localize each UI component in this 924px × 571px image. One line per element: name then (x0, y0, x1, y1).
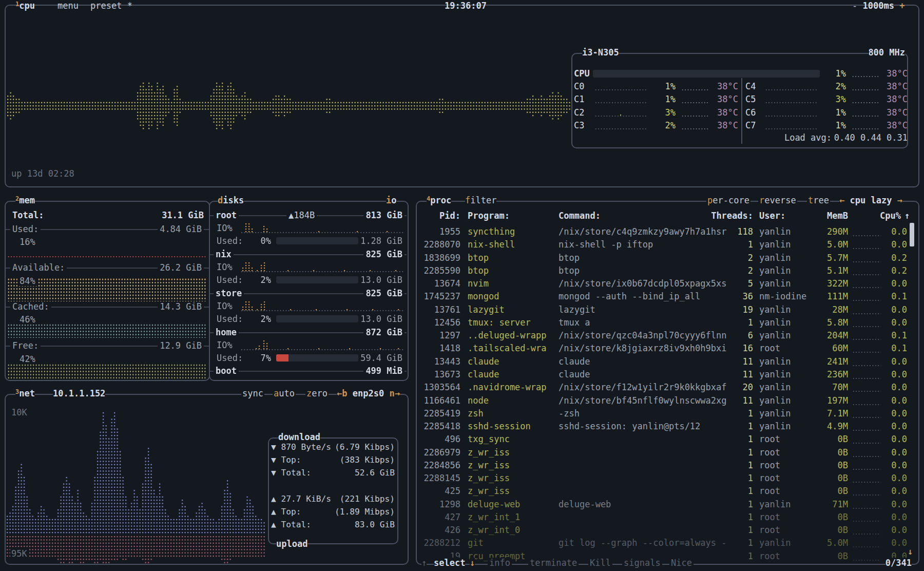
footer-down-arrow[interactable]: ↓ (470, 558, 475, 568)
proc-option-tree[interactable]: tree (807, 195, 830, 205)
process-row[interactable]: 13443claudeclaude11yanlin241M0.0 (417, 356, 907, 369)
cpu-panel-title: 1cpu (15, 1, 35, 12)
process-row[interactable]: 13761lazygitlazygit19yanlin28M0.0 (417, 304, 907, 317)
process-row[interactable]: 1166461node/nix/store/bf45nflf0wylnscwwa… (417, 395, 907, 408)
process-row[interactable]: 425z_wr_iss1root0B0.0 (417, 486, 907, 499)
col-header-cpu[interactable]: Cpu% (880, 211, 901, 221)
net-sync-button[interactable]: sync (241, 388, 264, 398)
proc-cpu: 0.0 (891, 304, 907, 315)
scroll-down-icon[interactable]: ↓ (908, 546, 913, 557)
proc-pid: 2285419 (424, 408, 460, 418)
process-row[interactable]: 1303564.navidrome-wrap/nix/store/f12w1yi… (417, 382, 907, 395)
col-header-command[interactable]: Command: (559, 211, 601, 221)
footer-info-button[interactable]: info (488, 558, 512, 568)
footer-nice-button[interactable]: Nice (669, 558, 694, 568)
core-label: C0 (574, 81, 584, 91)
cpu-total-bar (593, 70, 820, 78)
proc-sort-switcher[interactable]: ← cpu lazy → (839, 195, 902, 205)
net-auto-button[interactable]: auto (273, 388, 296, 398)
proc-mem: 5.0M (827, 239, 848, 250)
proc-command: deluge-web (559, 499, 611, 509)
process-row[interactable]: 2288212gitgit log --graph --color=always… (417, 538, 907, 550)
footer-terminate-button[interactable]: terminate (528, 558, 579, 568)
process-row[interactable]: 426z_wr_int_01root0B0.0 (417, 525, 907, 538)
proc-option-per-core[interactable]: per-core (706, 195, 750, 205)
disks-panel-title: disks (218, 195, 244, 205)
proc-user: yanlin (759, 421, 791, 431)
col-header-pid[interactable]: Pid: (439, 211, 460, 221)
core-label: C4 (745, 81, 756, 91)
core-graph (765, 102, 818, 104)
proc-pid: 1166461 (424, 395, 460, 406)
proc-cpu-graph (852, 274, 881, 276)
proc-threads: 1 (748, 408, 753, 418)
proc-user: root (759, 551, 780, 561)
proc-mem: 5.8M (827, 317, 848, 328)
proc-user: yanlin (759, 408, 791, 418)
disk-io-graph (241, 301, 403, 313)
proc-scrollbar[interactable] (910, 223, 914, 246)
proc-cpu: 0.0 (891, 512, 907, 522)
proc-command: /nix/store/ix0b67dcdpl05xpagx5xs (559, 278, 727, 289)
process-row[interactable]: 2285590btopbtop2yanlin5.1M0.2 (417, 265, 907, 278)
proc-command: lazygit (559, 304, 595, 315)
proc-cpu-graph (852, 559, 881, 561)
process-row[interactable]: 1297..deluged-wrapp/nix/store/qzc04a3npl… (417, 330, 907, 343)
disk-used-label: Used: (217, 275, 243, 285)
menu-button[interactable]: menu (57, 1, 79, 11)
proc-count: 0/341 (886, 558, 912, 568)
footer-kill-button[interactable]: Kill (588, 558, 612, 568)
core-pct: 1% (836, 107, 846, 118)
col-header-program[interactable]: Program: (468, 211, 510, 221)
process-row[interactable]: 2288070nix-shellnix-shell -p iftop1yanli… (417, 239, 907, 252)
process-row[interactable]: 1418.tailscaled-wra/nix/store/k8jgiaxrz8… (417, 343, 907, 356)
proc-user: yanlin (759, 226, 791, 237)
core-graph (594, 102, 648, 104)
process-row[interactable]: 2285418sshd-sessionsshd-session: yanlin@… (417, 421, 907, 434)
process-row[interactable]: 1955syncthing/nix/store/c4q9zmkzy9awy7h7… (417, 226, 907, 239)
process-row[interactable]: 1745237mongodmongod --auth --bind_ip_all… (417, 291, 907, 304)
proc-program: z_wr_int_1 (468, 512, 520, 522)
process-row[interactable]: 427z_wr_int_11root0B0.0 (417, 512, 907, 525)
proc-cpu: 0.0 (891, 525, 907, 535)
disk-name: home (214, 327, 239, 337)
footer-signals-button[interactable]: signals (622, 558, 662, 568)
process-row[interactable]: 12456tmux: servertmux a1yanlin5.8M0.0 (417, 317, 907, 330)
process-row[interactable]: 2285419zsh-zsh1yanlin7.1M0.0 (417, 408, 907, 421)
proc-threads: 36 (743, 291, 753, 301)
proc-cpu-graph (852, 416, 881, 418)
core-pct: 2% (836, 81, 846, 91)
proc-program: mongod (468, 291, 499, 301)
core-temp: 38°C (887, 81, 908, 91)
proc-cpu: 0.2 (891, 253, 907, 263)
col-header-mem[interactable]: MemB (827, 211, 848, 221)
footer-select[interactable]: select (434, 558, 465, 568)
net-interface-switcher[interactable]: ←b enp2s0 n→ (337, 388, 400, 398)
col-header-user[interactable]: User: (759, 211, 785, 221)
interval-control[interactable]: - 1000ms + (852, 1, 904, 11)
upload-stat: ▲ Top: (271, 507, 301, 517)
proc-user: yanlin (759, 278, 791, 289)
footer-up-arrow[interactable]: ↑ (421, 558, 427, 568)
proc-mem: 0B (838, 460, 848, 470)
process-row[interactable]: 496txg_sync1root0B0.0 (417, 434, 907, 447)
process-row[interactable]: 1298deluge-webdeluge-web1yanlin71M0.0 (417, 499, 907, 512)
proc-threads: 2 (748, 253, 753, 263)
process-row[interactable]: 13673claudeclaude11yanlin236M0.0 (417, 369, 907, 382)
col-header-threads[interactable]: Threads: (711, 211, 753, 221)
process-row[interactable]: 13674nvim/nix/store/ix0b67dcdpl05xpagx5x… (417, 278, 907, 291)
preset-button[interactable]: preset * (90, 1, 132, 11)
filter-button[interactable]: filter (465, 195, 496, 205)
process-row[interactable]: 1838699btopbtop2yanlin5.7M0.2 (417, 253, 907, 265)
net-zero-button[interactable]: zero (305, 388, 329, 398)
proc-threads: 11 (743, 395, 753, 406)
proc-option-reverse[interactable]: reverse (758, 195, 797, 205)
proc-program: node (468, 395, 489, 406)
disks-io-toggle[interactable]: io (386, 195, 397, 205)
proc-threads: 20 (743, 382, 753, 392)
proc-cpu: 0.2 (891, 265, 907, 276)
process-row[interactable]: 2288145z_wr_iss1root0B0.0 (417, 473, 907, 486)
process-row[interactable]: 2284856z_wr_iss1root0B0.0 (417, 460, 907, 473)
process-row[interactable]: 2286979z_wr_iss1root0B0.0 (417, 447, 907, 460)
proc-command: /nix/store/f12w1yilr2r9k0kkgbxaf (559, 382, 727, 392)
